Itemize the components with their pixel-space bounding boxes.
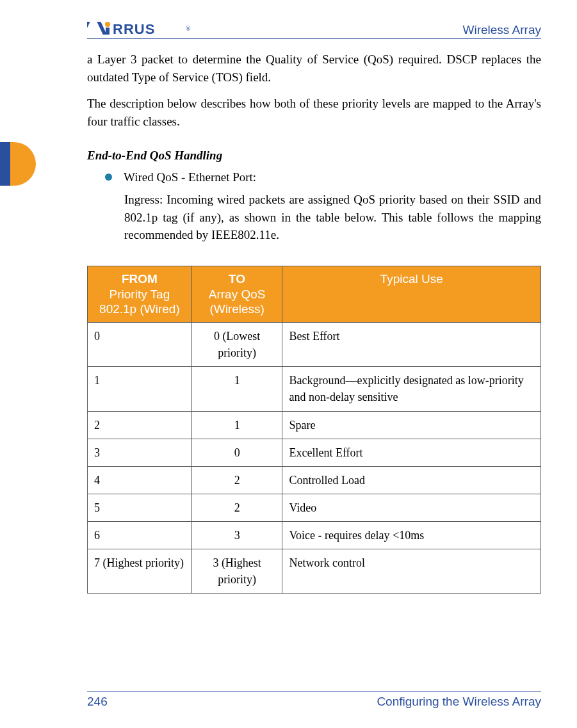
cell-to: 2 — [191, 466, 282, 494]
page-number: 246 — [87, 695, 108, 709]
cell-use: Spare — [282, 411, 541, 439]
table-row: 4 2 Controlled Load — [88, 466, 541, 494]
cell-use: Voice - requires delay <10ms — [282, 521, 541, 549]
table-row: 5 2 Video — [88, 494, 541, 521]
paragraph-2: The description below describes how both… — [87, 95, 541, 130]
footer-section-title: Configuring the Wireless Array — [377, 695, 541, 709]
th-to: TO Array QoS (Wireless) — [191, 266, 282, 322]
bullet-item: Wired QoS - Ethernet Port: — [105, 168, 541, 186]
qos-mapping-table: FROM Priority Tag 802.1p (Wired) TO Arra… — [87, 266, 541, 594]
page-header: RRUS ® Wireless Array — [87, 19, 541, 39]
cell-use: Video — [282, 494, 541, 521]
cell-to: 3 (Highest priority) — [191, 549, 282, 594]
table-header-row: FROM Priority Tag 802.1p (Wired) TO Arra… — [88, 266, 541, 322]
table-row: 3 0 Excellent Effort — [88, 439, 541, 466]
cell-use: Best Effort — [282, 323, 541, 367]
svg-point-2 — [105, 22, 110, 27]
cell-to: 1 — [191, 411, 282, 439]
table-row: 2 1 Spare — [88, 411, 541, 439]
svg-text:RRUS: RRUS — [113, 21, 155, 36]
cell-from: 1 — [88, 367, 192, 411]
svg-rect-0 — [87, 22, 90, 35]
brand-logo: RRUS ® — [87, 19, 191, 37]
th-from: FROM Priority Tag 802.1p (Wired) — [88, 266, 192, 322]
cell-use: Network control — [282, 549, 541, 594]
cell-from: 3 — [88, 439, 192, 466]
cell-from: 0 — [88, 323, 192, 367]
page-content: a Layer 3 packet to determine the Qualit… — [87, 51, 541, 594]
cell-from: 2 — [88, 411, 192, 439]
cell-from: 7 (Highest priority) — [88, 549, 192, 594]
th-from-sub: Priority Tag 802.1p (Wired) — [99, 287, 180, 316]
table-row: 0 0 (Lowest priority) Best Effort — [88, 323, 541, 367]
table-row: 6 3 Voice - requires delay <10ms — [88, 521, 541, 549]
cell-to: 1 — [191, 367, 282, 411]
cell-use: Excellent Effort — [282, 439, 541, 466]
cell-from: 5 — [88, 494, 192, 521]
cell-to: 3 — [191, 521, 282, 549]
xirrus-logo-icon: RRUS — [87, 20, 183, 36]
cell-to: 0 (Lowest priority) — [191, 323, 282, 367]
section-heading: End-to-End QoS Handling — [87, 147, 541, 165]
th-use: Typical Use — [282, 266, 541, 322]
paragraph-1: a Layer 3 packet to determine the Qualit… — [87, 51, 541, 86]
cell-from: 4 — [88, 466, 192, 494]
bullet-text: Wired QoS - Ethernet Port: — [124, 168, 541, 186]
cell-use: Background—explicitly designated as low-… — [282, 367, 541, 411]
table-row: 7 (Highest priority) 3 (Highest priority… — [88, 549, 541, 594]
side-tab-decoration — [0, 142, 36, 186]
bullet-subtext: Ingress: Incoming wired packets are assi… — [124, 191, 541, 244]
cell-use: Controlled Load — [282, 466, 541, 494]
qos-table-body: 0 0 (Lowest priority) Best Effort 1 1 Ba… — [88, 323, 541, 594]
product-name: Wireless Array — [463, 23, 541, 37]
registered-mark: ® — [186, 25, 191, 32]
th-to-sub: Array QoS (Wireless) — [209, 287, 266, 316]
th-use-label: Typical Use — [380, 272, 443, 286]
th-from-label: FROM — [94, 271, 185, 287]
page-footer: 246 Configuring the Wireless Array — [87, 692, 541, 709]
th-to-label: TO — [199, 271, 276, 287]
bullet-dot-icon — [105, 174, 112, 181]
cell-to: 0 — [191, 439, 282, 466]
svg-rect-3 — [106, 28, 110, 35]
table-row: 1 1 Background—explicitly designated as … — [88, 367, 541, 411]
cell-to: 2 — [191, 494, 282, 521]
cell-from: 6 — [88, 521, 192, 549]
